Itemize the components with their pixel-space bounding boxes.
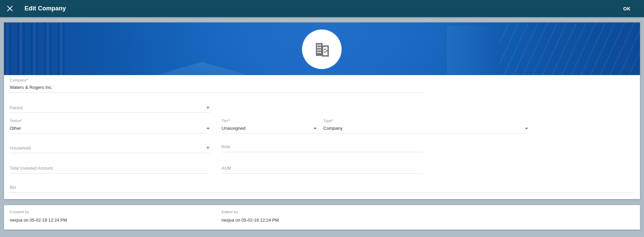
household-label: Household	[10, 145, 31, 151]
banner-building-mid	[447, 26, 497, 75]
total-invested-amount-label: Total Invested Amount	[10, 166, 53, 171]
status-select-value[interactable]: Other	[10, 125, 21, 131]
company-field[interactable]: Company* Waters & Rogers Inc.	[10, 78, 423, 93]
edited-by: Edited by nexjsa on 05-02-19 12:24 PM	[221, 210, 279, 223]
building-icon	[313, 41, 330, 58]
company-input[interactable]: Waters & Rogers Inc.	[10, 84, 53, 90]
created-by-value: nexjsa on 05-02-19 12:24 PM	[10, 217, 67, 223]
type-select-value[interactable]: Company	[323, 125, 343, 131]
dialog-title: Edit Company	[24, 5, 66, 12]
ok-button[interactable]: OK	[621, 0, 633, 17]
aum-field[interactable]: AUM	[221, 166, 423, 174]
tier-label: Tier*	[221, 119, 317, 123]
type-dropdown-icon[interactable]	[525, 128, 528, 129]
tier-field[interactable]: Tier* Unassigned	[221, 119, 317, 133]
banner-building-roof	[132, 62, 273, 75]
total-invested-amount-field[interactable]: Total Invested Amount	[10, 166, 210, 174]
tier-dropdown-icon[interactable]	[313, 128, 317, 129]
type-field[interactable]: Type* Company	[323, 119, 528, 133]
audit-info-card: Created by nexjsa on 05-02-19 12:24 PM E…	[4, 205, 640, 230]
add-parent-icon[interactable]: +	[206, 105, 210, 110]
status-dropdown-icon[interactable]	[206, 128, 210, 129]
add-household-icon[interactable]: +	[206, 145, 210, 150]
company-banner	[4, 22, 640, 75]
aum-label: AUM	[221, 166, 231, 171]
bio-field[interactable]: Bio	[10, 185, 635, 193]
household-field[interactable]: Household +	[10, 145, 210, 153]
banner-building-left	[4, 22, 71, 75]
parent-field[interactable]: Parent +	[10, 105, 210, 113]
role-label: Role	[221, 144, 231, 150]
dialog-titlebar: Edit Company OK	[0, 0, 644, 17]
status-label: Status*	[10, 119, 210, 123]
bio-label: Bio	[10, 185, 16, 190]
type-label: Type*	[323, 119, 528, 123]
company-avatar[interactable]	[302, 29, 342, 69]
status-field[interactable]: Status* Other	[10, 119, 210, 133]
banner-building-right	[499, 22, 640, 75]
created-by: Created by nexjsa on 05-02-19 12:24 PM	[10, 210, 67, 223]
company-label: Company*	[10, 78, 423, 82]
edited-by-label: Edited by	[221, 210, 279, 214]
parent-label: Parent	[10, 105, 22, 111]
close-icon[interactable]	[6, 5, 13, 12]
tier-select-value[interactable]: Unassigned	[221, 125, 245, 131]
created-by-label: Created by	[10, 210, 67, 214]
role-field: Role	[221, 144, 423, 152]
edited-by-value: nexjsa on 05-02-19 12:24 PM	[221, 217, 279, 223]
edit-company-card: Company* Waters & Rogers Inc. Parent + S…	[4, 22, 640, 199]
